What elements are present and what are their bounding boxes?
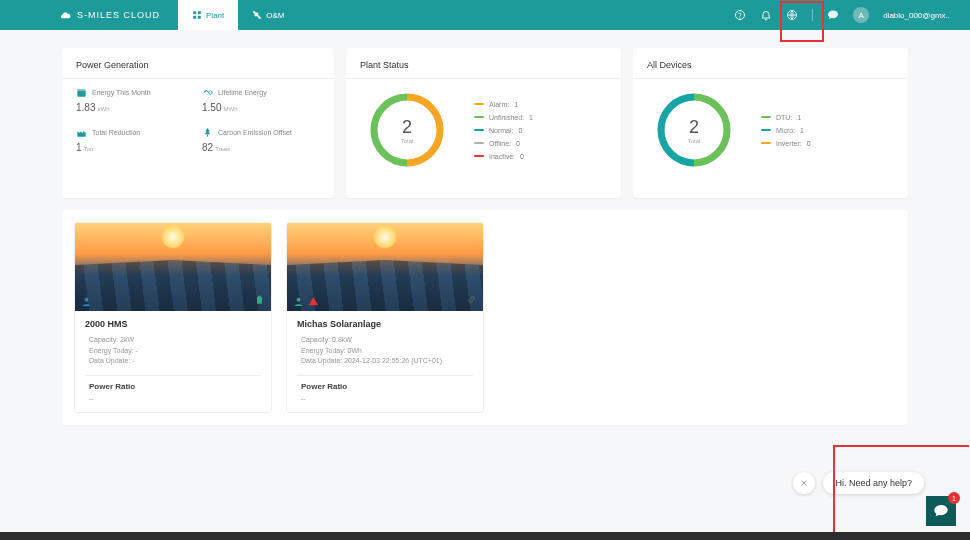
trash-icon[interactable] xyxy=(254,294,265,305)
chat-bubble[interactable]: Hi. Need any help? xyxy=(823,472,924,494)
footer xyxy=(0,532,970,540)
link-icon[interactable] xyxy=(466,294,477,305)
username[interactable]: diablo_000@gmx.. xyxy=(883,11,950,20)
pg-energy-month: Energy This Month 1.83kWh xyxy=(76,87,194,113)
power-ratio-value: -- xyxy=(89,395,261,402)
all-devices-card: All Devices 2 Total DTU: 1 Micro: 1 Inve… xyxy=(633,48,908,198)
header-right: A diablo_000@gmx.. xyxy=(734,7,970,23)
plant-image xyxy=(75,223,271,311)
legend-unfinished: Unfinished: 1 xyxy=(474,114,533,121)
pg-reduction: Total Reduction 1Ton xyxy=(76,127,194,153)
tab-label: O&M xyxy=(266,11,284,20)
header: S-MILES CLOUD Plant O&M A diablo_000@gmx… xyxy=(0,0,970,30)
plants-panel: 2000 HMS Capacity: 2kW Energy Today: - D… xyxy=(62,210,908,425)
factory-icon xyxy=(76,127,87,138)
close-icon xyxy=(799,478,809,488)
plant-energy: Energy Today: 0Wh xyxy=(301,346,473,357)
plant-name: Michas Solaranlage xyxy=(297,319,473,329)
power-ratio-label: Power Ratio xyxy=(89,382,261,391)
legend-micro: Micro: 1 xyxy=(761,127,811,134)
svg-point-16 xyxy=(85,298,89,302)
user-icon xyxy=(81,296,92,307)
tab-oam[interactable]: O&M xyxy=(238,0,298,30)
warning-icon xyxy=(308,296,319,307)
infinity-icon xyxy=(202,87,213,98)
bell-icon[interactable] xyxy=(760,9,772,21)
svg-rect-0 xyxy=(193,11,196,14)
power-generation-card: Power Generation Energy This Month 1.83k… xyxy=(62,48,334,198)
calendar-icon xyxy=(76,87,87,98)
tabs: Plant O&M xyxy=(178,0,298,30)
help-icon[interactable] xyxy=(734,9,746,21)
pg-lifetime: Lifetime Energy 1.50MWh xyxy=(202,87,320,113)
tree-icon xyxy=(202,127,213,138)
plant-update: Data Update: - xyxy=(89,356,261,367)
divider xyxy=(812,9,813,21)
svg-point-5 xyxy=(740,18,741,19)
tab-label: Plant xyxy=(206,11,224,20)
avatar-letter: A xyxy=(859,11,864,20)
legend-inactive: Inactive: 0 xyxy=(474,153,533,160)
donut-chart xyxy=(366,89,448,171)
chat-tooltip: Hi. Need any help? xyxy=(793,472,924,494)
power-ratio-label: Power Ratio xyxy=(301,382,473,391)
card-title: All Devices xyxy=(633,48,908,79)
cloud-icon xyxy=(60,10,71,21)
legend-dtu: DTU: 1 xyxy=(761,114,811,121)
legend-inverter: Inverter: 0 xyxy=(761,140,811,147)
tab-plant[interactable]: Plant xyxy=(178,0,238,30)
card-title: Plant Status xyxy=(346,48,621,79)
plant-update: Data Update: 2024-12-03 22:55:26 (UTC+01… xyxy=(301,356,473,367)
chat-icon xyxy=(933,503,949,519)
svg-point-17 xyxy=(297,298,301,302)
chat-badge: 1 xyxy=(948,492,960,504)
chat-close-button[interactable] xyxy=(793,472,815,494)
plant-capacity: Capacity: 0.8kW xyxy=(301,335,473,346)
plant-status-donut: 2 Total xyxy=(366,89,448,171)
content: Power Generation Energy This Month 1.83k… xyxy=(0,30,970,425)
legend-alarm: Alarm: 1 xyxy=(474,101,533,108)
legend-normal: Normal: 0 xyxy=(474,127,533,134)
svg-rect-8 xyxy=(77,89,85,91)
plant-card[interactable]: Michas Solaranlage Capacity: 0.8kW Energ… xyxy=(286,222,484,413)
svg-rect-9 xyxy=(207,134,208,136)
legend-offline: Offline: 0 xyxy=(474,140,533,147)
plant-status-card: Plant Status 2 Total Alarm: 1 Unfinished… xyxy=(346,48,621,198)
power-ratio-value: -- xyxy=(301,395,473,402)
plant-icon xyxy=(192,10,202,20)
card-title: Power Generation xyxy=(62,48,334,79)
svg-rect-1 xyxy=(198,11,201,14)
plant-status-legend: Alarm: 1 Unfinished: 1 Normal: 0 Offline… xyxy=(474,101,533,160)
brand[interactable]: S-MILES CLOUD xyxy=(0,10,178,21)
tools-icon xyxy=(252,10,262,20)
svg-rect-2 xyxy=(193,16,196,19)
brand-text: S-MILES CLOUD xyxy=(77,10,160,20)
svg-rect-3 xyxy=(198,16,201,19)
pg-offset: Carbon Emission Offset 82Trees xyxy=(202,127,320,153)
plant-image xyxy=(287,223,483,311)
donut-chart xyxy=(653,89,735,171)
chat-header-icon[interactable] xyxy=(827,9,839,21)
globe-icon[interactable] xyxy=(786,9,798,21)
user-icon xyxy=(293,296,304,307)
all-devices-legend: DTU: 1 Micro: 1 Inverter: 0 xyxy=(761,114,811,147)
plant-energy: Energy Today: - xyxy=(89,346,261,357)
plant-name: 2000 HMS xyxy=(85,319,261,329)
plant-capacity: Capacity: 2kW xyxy=(89,335,261,346)
avatar[interactable]: A xyxy=(853,7,869,23)
chat-button[interactable]: 1 xyxy=(926,496,956,526)
all-devices-donut: 2 Total xyxy=(653,89,735,171)
plant-card[interactable]: 2000 HMS Capacity: 2kW Energy Today: - D… xyxy=(74,222,272,413)
